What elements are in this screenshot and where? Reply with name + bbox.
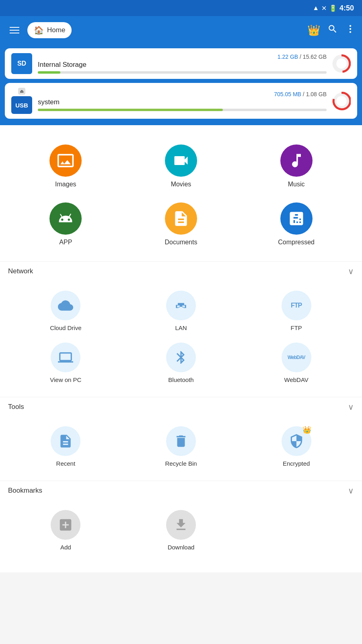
home-icon: 🏠 [34, 25, 44, 35]
storage-card-internal[interactable]: SD 1.22 GB / 15.62 GB Internal Storage [5, 48, 357, 79]
storage-bar-system [38, 109, 327, 111]
category-movies[interactable]: Movies [123, 137, 239, 195]
music-icon [280, 144, 313, 177]
home-breadcrumb[interactable]: 🏠 Home [27, 22, 72, 38]
view-on-pc-icon [51, 343, 80, 372]
bookmarks-download[interactable]: Download [123, 504, 239, 556]
storage-name-system: system [38, 98, 327, 106]
tools-section-header[interactable]: Tools ∨ [0, 397, 362, 417]
download-label: Download [168, 544, 195, 551]
storage-info-internal: 1.22 GB / 15.62 GB Internal Storage [38, 54, 327, 74]
add-bookmark-icon [51, 510, 80, 540]
svg-point-1 [350, 28, 351, 30]
encrypted-icon: 👑 [282, 426, 311, 456]
network-section-header[interactable]: Network ∨ [0, 261, 362, 281]
storage-section: SD 1.22 GB / 15.62 GB Internal Storage [0, 44, 362, 125]
storage-used-internal: 1.22 GB / 15.62 GB [278, 54, 327, 60]
app-label: APP [59, 239, 72, 246]
network-title: Network [8, 267, 33, 275]
svg-point-6 [336, 96, 347, 106]
images-icon [49, 144, 82, 177]
movies-icon [165, 144, 197, 177]
bluetooth-label: Bluetooth [168, 376, 193, 383]
add-label: Add [60, 544, 71, 551]
compressed-label: Compressed [278, 239, 315, 246]
network-cloud-drive[interactable]: Cloud Drive [8, 285, 123, 337]
crown-badge-icon: 👑 [302, 426, 311, 433]
menu-button[interactable] [6, 24, 23, 37]
category-images[interactable]: Images [8, 137, 123, 195]
tools-title: Tools [8, 403, 24, 411]
view-on-pc-label: View on PC [50, 376, 81, 383]
storage-used-system: 705.05 MB / 1.08 GB [274, 91, 327, 97]
main-content: Images Movies Music [0, 125, 362, 572]
svg-point-0 [350, 25, 351, 27]
bluetooth-icon [166, 343, 196, 372]
network-lan[interactable]: LAN [123, 285, 239, 337]
tools-recent[interactable]: Recent [8, 421, 123, 473]
category-grid: Images Movies Music [0, 133, 362, 261]
category-app[interactable]: APP [8, 195, 123, 253]
ftp-icon: FTP [282, 291, 311, 320]
search-icon[interactable] [327, 24, 338, 37]
battery-icon: 🔋 [329, 4, 337, 12]
network-view-on-pc[interactable]: View on PC [8, 337, 123, 389]
network-chevron-icon: ∨ [348, 266, 354, 276]
cloud-drive-icon [51, 291, 80, 320]
tools-encrypted[interactable]: 👑 Encrypted [239, 421, 354, 473]
category-documents[interactable]: Documents [123, 195, 239, 253]
tools-grid: Recent Recycle Bin 👑 Encrypted [0, 417, 362, 481]
recycle-bin-icon [166, 426, 196, 456]
network-ftp[interactable]: FTP FTP [239, 285, 354, 337]
recycle-bin-label: Recycle Bin [165, 460, 197, 467]
bookmarks-section-header[interactable]: Bookmarks ∨ [0, 481, 362, 500]
top-bar-actions: 👑 [307, 24, 356, 37]
bookmarks-add[interactable]: Add [8, 504, 123, 556]
storage-bar-internal [38, 71, 327, 74]
app-icon [49, 202, 82, 235]
more-options-icon[interactable] [345, 24, 356, 37]
storage-pie-internal [332, 54, 351, 73]
encrypted-label: Encrypted [283, 460, 310, 467]
wifi-icon: ▲ [313, 4, 319, 12]
home-label: Home [47, 26, 65, 34]
network-webdav[interactable]: WebDAV WebDAV [239, 337, 354, 389]
documents-icon [165, 202, 197, 235]
status-time: 4:50 [339, 4, 354, 12]
usb-badge: USB [11, 96, 32, 114]
music-label: Music [288, 181, 305, 188]
crown-icon[interactable]: 👑 [307, 24, 320, 37]
lan-icon [166, 291, 196, 320]
network-bluetooth[interactable]: Bluetooth [123, 337, 239, 389]
recent-label: Recent [56, 460, 76, 467]
webdav-icon: WebDAV [282, 343, 311, 372]
svg-point-4 [336, 58, 347, 69]
documents-label: Documents [165, 239, 197, 246]
top-bar: 🏠 Home 👑 [0, 16, 362, 44]
movies-label: Movies [171, 181, 191, 188]
storage-card-system[interactable]: ⏏ USB 705.05 MB / 1.08 GB system [5, 83, 357, 119]
signal-icon: ✕ [321, 4, 327, 12]
recent-icon [51, 426, 80, 456]
storage-info-system: 705.05 MB / 1.08 GB system [38, 91, 327, 111]
compressed-icon [280, 202, 313, 235]
images-label: Images [55, 181, 76, 188]
storage-pie-system [332, 92, 351, 110]
storage-name-internal: Internal Storage [38, 61, 327, 69]
status-icons: ▲ ✕ 🔋 4:50 [313, 4, 354, 12]
bookmarks-title: Bookmarks [8, 487, 42, 495]
lan-label: LAN [175, 324, 187, 331]
svg-point-2 [350, 31, 351, 33]
cloud-drive-label: Cloud Drive [50, 324, 81, 331]
category-music[interactable]: Music [239, 137, 354, 195]
status-bar: ▲ ✕ 🔋 4:50 [0, 0, 362, 16]
bookmarks-grid: Add Download [0, 500, 362, 564]
eject-icon: ⏏ [20, 89, 24, 93]
tools-recycle-bin[interactable]: Recycle Bin [123, 421, 239, 473]
sd-badge-internal: SD [11, 53, 32, 74]
download-icon [166, 510, 196, 540]
webdav-label: WebDAV [284, 376, 309, 383]
ftp-label: FTP [290, 324, 302, 331]
category-compressed[interactable]: Compressed [239, 195, 354, 253]
network-grid: Cloud Drive LAN FTP FTP View on PC [0, 281, 362, 397]
